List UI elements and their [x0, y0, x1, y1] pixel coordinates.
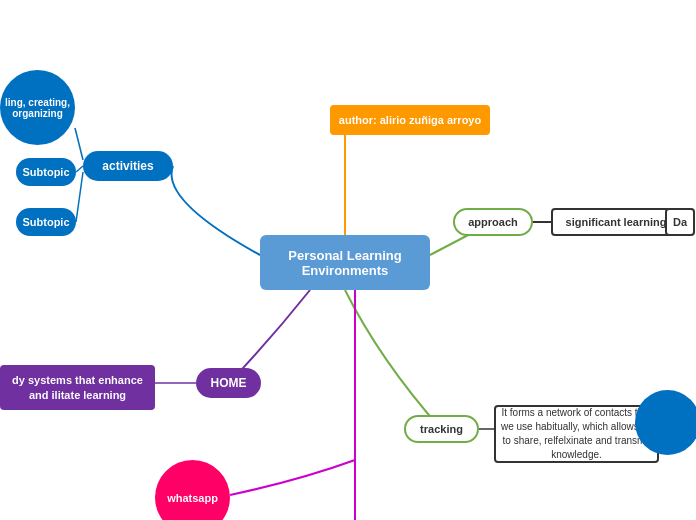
contacts-node: It forms a network of contacts that we u… — [494, 405, 659, 463]
significant-label: significant learning — [566, 216, 667, 228]
da-node[interactable]: Da — [665, 208, 695, 236]
purple-box-label: dy systems that enhance and ilitate lear… — [5, 373, 150, 402]
home-label: HOME — [211, 376, 247, 390]
whatsapp-label: whatsapp — [167, 492, 218, 504]
bigcircle-label: ling, creating, organizing — [5, 97, 70, 119]
svg-line-5 — [76, 172, 83, 222]
subtopic2-node[interactable]: Subtopic — [16, 208, 76, 236]
central-label: Personal Learning Environments — [260, 248, 430, 278]
subtopic1-node[interactable]: Subtopic — [16, 158, 76, 186]
subtopic1-label: Subtopic — [22, 166, 69, 178]
approach-node[interactable]: approach — [453, 208, 533, 236]
tracking-node[interactable]: tracking — [404, 415, 479, 443]
bigcircle-node[interactable]: ling, creating, organizing — [0, 70, 75, 145]
contacts-label: It forms a network of contacts that we u… — [501, 406, 652, 462]
svg-line-6 — [75, 128, 83, 160]
author-node[interactable]: author: alirio zuñiga arroyo — [330, 105, 490, 135]
whatsapp-node[interactable]: whatsapp — [155, 460, 230, 520]
author-label: author: alirio zuñiga arroyo — [339, 114, 481, 126]
subtopic2-label: Subtopic — [22, 216, 69, 228]
svg-line-4 — [76, 166, 83, 172]
approach-label: approach — [468, 216, 518, 228]
home-node[interactable]: HOME — [196, 368, 261, 398]
significant-node[interactable]: significant learning — [551, 208, 681, 236]
activities-label: activities — [102, 159, 153, 173]
purple-box-node[interactable]: dy systems that enhance and ilitate lear… — [0, 365, 155, 410]
mind-map-canvas: Personal Learning Environments author: a… — [0, 0, 696, 520]
tracking-label: tracking — [420, 423, 463, 435]
right-circle-node[interactable] — [635, 390, 696, 455]
activities-node[interactable]: activities — [83, 151, 173, 181]
central-node[interactable]: Personal Learning Environments — [260, 235, 430, 290]
da-label: Da — [673, 216, 687, 228]
